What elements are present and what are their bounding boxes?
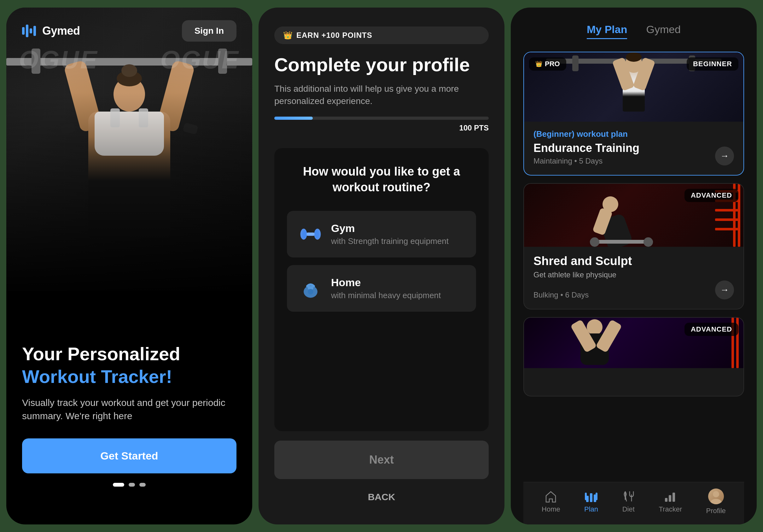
gym-option[interactable]: Gym with Strength training equipment [287,211,476,257]
home-option-texts: Home with minimal heavy equipment [331,276,441,300]
complete-profile-subtitle: This additional into will help us give y… [274,83,489,107]
svg-rect-2 [30,28,32,34]
pts-label: 100 PTS [274,124,489,133]
svg-rect-6 [306,232,315,236]
profile-setup-phone: 👑 EARN +100 POINTS Complete your profile… [259,8,504,524]
welcome-phone: OGUE OGUE Gymed Sign In [6,8,252,524]
home-icon [299,277,322,300]
logo-area: Gymed [22,24,80,38]
gym-option-texts: Gym with Strength training equipment [331,222,449,246]
nav-diet[interactable]: Diet [622,490,635,513]
hero-title-line2: Workout Tracker! [22,367,237,387]
plan-card-1-name: Endurance Training [533,141,639,155]
nav-home[interactable]: Home [542,490,560,513]
spacer [523,404,744,482]
plan-card-2-meta: Bulking • 6 Days [533,291,589,300]
svg-rect-19 [673,492,675,502]
svg-rect-16 [596,492,598,500]
svg-rect-13 [590,493,593,502]
pro-badge-text: PRO [545,60,560,68]
get-started-button[interactable]: Get Started [22,438,237,473]
beginner-badge-text: BEGINNER [693,60,732,68]
tab-gymed[interactable]: Gymed [646,23,681,39]
svg-point-11 [308,289,313,295]
pro-badge: 👑 PRO [529,57,566,71]
hero-title-line1: Your Personalized [22,344,237,364]
plan-card-1-subtitle: (Beginner) workout plan [533,129,734,139]
question-text: How would you like to get a workout rout… [287,164,476,195]
plan-card-3-image: ADVANCED [524,318,743,368]
nav-profile[interactable]: Profile [706,488,725,515]
gym-icon [299,223,322,245]
home-option-sub: with minimal heavy equipment [331,291,441,300]
plan-card-1-row: Endurance Training Maintaining • 5 Days … [533,141,734,165]
svg-rect-15 [585,492,587,500]
plan-card-2-name: Shred and Sculpt [533,254,734,268]
advanced1-badge: ADVANCED [685,189,738,202]
complete-profile-title: Complete your profile [274,53,489,76]
home-option[interactable]: Home with minimal heavy equipment [287,265,476,312]
hero-subtitle: Visually track your workout and get your… [22,396,237,423]
plan-card-2-desc: Get athlete like physique [533,270,734,279]
phone3-tabs: My Plan Gymed [523,23,744,39]
svg-rect-17 [665,498,668,502]
home-option-title: Home [331,276,441,289]
tab-my-plan[interactable]: My Plan [587,23,627,39]
svg-point-20 [713,491,719,497]
plan-card-2-image: ADVANCED [524,184,743,247]
bottom-nav: Home Plan [523,482,744,524]
progress-bar [274,117,489,120]
next-button[interactable]: Next [274,441,489,479]
plan-card-1-image: 👑 PRO BEGINNER [524,52,743,122]
svg-rect-0 [22,27,25,35]
plan-card-advanced2[interactable]: ADVANCED [523,317,744,397]
app-logo-text: Gymed [42,24,80,38]
advanced2-badge-text: ADVANCED [691,325,732,333]
plan-card-2-arrow[interactable]: → [715,281,734,300]
advanced1-badge-text: ADVANCED [691,191,732,199]
nav-plan[interactable]: Plan [584,490,598,513]
page-dots [22,483,237,487]
plan-card-1-arrow[interactable]: → [715,146,734,165]
nav-home-label: Home [542,505,560,513]
back-button[interactable]: BACK [274,486,489,509]
gym-option-sub: with Strength training equipment [331,236,449,246]
plan-card-1-info: Endurance Training Maintaining • 5 Days [533,141,639,165]
progress-fill [274,117,313,120]
gym-option-title: Gym [331,222,449,234]
dot-1 [113,483,124,487]
plan-card-2-row: Bulking • 6 Days → [533,281,734,300]
plan-card-1-meta: Maintaining • 5 Days [533,157,639,165]
crown-icon: 👑 [283,31,292,40]
svg-point-7 [302,230,307,238]
svg-rect-18 [669,495,671,502]
nav-profile-label: Profile [706,507,725,515]
beginner-badge: BEGINNER [687,57,738,71]
svg-point-21 [710,499,722,504]
earn-text: EARN +100 POINTS [296,31,372,40]
nav-tracker-label: Tracker [659,505,682,513]
phone3-content: My Plan Gymed [511,8,757,524]
earn-badge: 👑 EARN +100 POINTS [274,27,489,44]
my-plan-phone: My Plan Gymed [511,8,757,524]
arrow-right-icon-2: → [720,285,729,295]
svg-rect-1 [26,25,28,37]
plan-card-beginner[interactable]: 👑 PRO BEGINNER (Beginner) workout plan E… [523,52,744,176]
hero-overlay [6,8,252,291]
nav-plan-label: Plan [584,505,598,513]
plan-card-advanced1[interactable]: ADVANCED Shred and Sculpt Get athlete li… [523,183,744,310]
sign-in-button[interactable]: Sign In [182,20,237,42]
arrow-right-icon: → [720,151,729,161]
dot-3 [139,483,146,487]
plan-card-2-body: Shred and Sculpt Get athlete like physiq… [524,247,743,309]
phone2-content: 👑 EARN +100 POINTS Complete your profile… [259,8,504,524]
question-section: How would you like to get a workout rout… [274,148,489,431]
svg-rect-3 [34,26,36,36]
svg-point-8 [314,230,319,238]
nav-tracker[interactable]: Tracker [659,490,682,513]
nav-diet-label: Diet [622,505,635,513]
phone1-header: Gymed Sign In [22,20,237,42]
plan-card-1-body: (Beginner) workout plan Endurance Traini… [524,122,743,175]
phone1-bottom-content: Your Personalized Workout Tracker! Visua… [22,344,237,487]
logo-icon [22,25,38,37]
